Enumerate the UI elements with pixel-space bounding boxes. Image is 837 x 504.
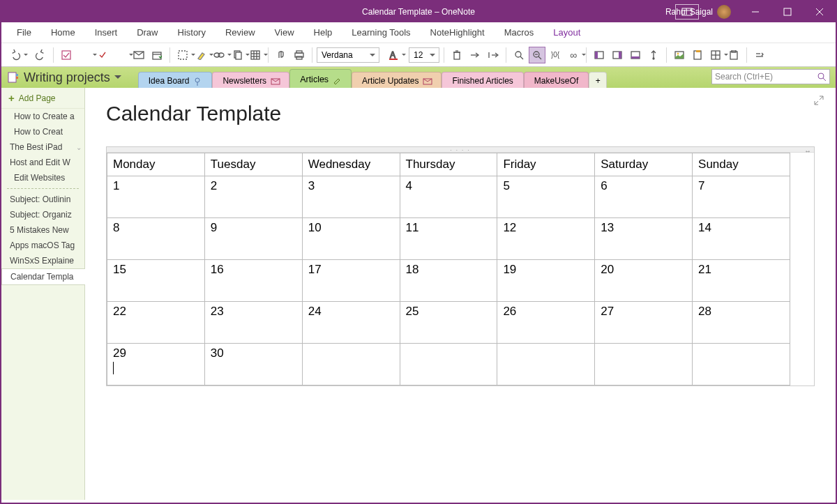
section-tab-articles[interactable]: Articles [289, 69, 352, 89]
calendar-cell[interactable]: 8 [107, 218, 205, 260]
calendar-cell[interactable]: 24 [302, 302, 400, 344]
dock-right-button[interactable] [609, 47, 626, 63]
calendar-table[interactable]: MondayTuesdayWednesdayThursdayFridaySatu… [107, 153, 790, 385]
spreadsheet-button[interactable] [707, 47, 724, 63]
minimize-button[interactable] [739, 1, 771, 22]
calendar-cell[interactable]: 9 [204, 218, 302, 260]
calendar-cell[interactable]: 11 [400, 218, 497, 260]
page-item[interactable]: Subject: Organiz [1, 207, 84, 222]
table-button[interactable] [247, 47, 264, 63]
calendar-container[interactable]: · · · ·↔ MondayTuesdayWednesdayThursdayF… [106, 146, 815, 386]
infinity-button[interactable]: ∞ [565, 47, 582, 63]
maximize-button[interactable] [771, 1, 804, 22]
page-title[interactable]: Calendar Template [106, 102, 815, 125]
overflow-button[interactable] [751, 47, 768, 63]
calendar-cell[interactable]: 5 [497, 176, 595, 218]
page-width-button[interactable]: }0{ [547, 47, 564, 63]
notebook-selector[interactable]: Writing projects [7, 70, 131, 85]
link-button[interactable] [211, 47, 227, 63]
calendar-cell[interactable]: 30 [204, 344, 302, 385]
page-item[interactable]: 5 Mistakes New [1, 222, 84, 238]
delete-button[interactable] [448, 47, 465, 63]
search-input[interactable]: Search (Ctrl+E) [711, 69, 830, 84]
menu-history[interactable]: History [169, 24, 214, 40]
calendar-cell[interactable]: 17 [302, 260, 400, 302]
calendar-cell[interactable]: 18 [400, 260, 497, 302]
calendar-cell[interactable] [302, 344, 400, 385]
section-tab-article-updates[interactable]: Article Updates [352, 72, 442, 89]
always-on-top-button[interactable] [645, 47, 662, 63]
zoom-100-button[interactable] [529, 47, 545, 63]
move-right-button[interactable] [467, 47, 483, 63]
calendar-cell[interactable] [595, 344, 693, 385]
dock-bottom-button[interactable] [627, 47, 644, 63]
calendar-cell[interactable]: 15 [107, 260, 205, 302]
calendar-cell[interactable]: 13 [595, 218, 693, 260]
undo-button[interactable] [7, 47, 24, 63]
calendar-header[interactable]: Thursday [400, 153, 497, 176]
calendar-cell[interactable]: 3 [302, 176, 400, 218]
screen-clip-button[interactable] [174, 47, 191, 63]
menu-layout[interactable]: Layout [545, 24, 589, 40]
container-handle[interactable]: · · · ·↔ [107, 147, 814, 153]
calendar-cell[interactable]: 10 [302, 218, 400, 260]
calendar-cell[interactable]: 25 [400, 302, 497, 344]
email-page-button[interactable] [130, 47, 147, 63]
calendar-header[interactable]: Monday [107, 153, 205, 176]
meeting-button[interactable] [149, 47, 165, 63]
calendar-cell[interactable]: 2 [204, 176, 302, 218]
calendar-header[interactable]: Wednesday [302, 153, 400, 176]
calendar-cell[interactable]: 6 [595, 176, 693, 218]
calendar-cell[interactable] [497, 344, 595, 385]
file-button[interactable] [689, 47, 706, 63]
picture-button[interactable] [671, 47, 688, 63]
indent-button[interactable] [485, 47, 502, 63]
printout-button[interactable] [291, 47, 308, 63]
todo-tag-button[interactable] [58, 47, 75, 63]
calendar-cell[interactable]: 12 [497, 218, 595, 260]
page-item[interactable]: The Best iPad⌄ [1, 139, 84, 155]
attach-button[interactable] [273, 47, 289, 63]
page-content[interactable]: Calendar Template · · · ·↔ MondayTuesday… [85, 88, 836, 500]
section-tab-newsletters[interactable]: Newsletters [212, 72, 289, 89]
page-item[interactable]: Edit Websites [1, 170, 84, 185]
calendar-cell[interactable]: 1 [107, 176, 205, 218]
dock-left-button[interactable] [591, 47, 608, 63]
calendar-cell[interactable]: 16 [204, 260, 302, 302]
menu-view[interactable]: View [266, 24, 303, 40]
close-button[interactable] [804, 1, 836, 22]
add-page-button[interactable]: + Add Page [1, 88, 84, 109]
font-family-select[interactable]: Verdana [317, 47, 379, 63]
calendar-cell[interactable]: 29 [107, 344, 205, 385]
ribbon-options-button[interactable] [675, 4, 699, 20]
calendar-header[interactable]: Saturday [595, 153, 693, 176]
clipboard-button[interactable] [725, 47, 742, 63]
calendar-cell[interactable]: 14 [693, 218, 790, 260]
menu-help[interactable]: Help [306, 24, 341, 40]
expand-icon[interactable] [813, 95, 824, 106]
font-color-button[interactable]: A [385, 47, 402, 63]
page-item[interactable]: Calendar Templa [1, 268, 85, 285]
menu-home[interactable]: Home [43, 24, 84, 40]
calendar-cell[interactable]: 27 [595, 302, 693, 344]
calendar-header[interactable]: Friday [497, 153, 595, 176]
menu-macros[interactable]: Macros [496, 24, 543, 40]
calendar-cell[interactable]: 20 [595, 260, 693, 302]
section-tab-finished-articles[interactable]: Finished Articles [442, 72, 523, 89]
calendar-cell[interactable]: 21 [693, 260, 790, 302]
calendar-header[interactable]: Tuesday [204, 153, 302, 176]
calendar-cell[interactable]: 4 [400, 176, 497, 218]
calendar-cell[interactable]: 28 [693, 302, 790, 344]
page-item[interactable]: Apps macOS Tag [1, 238, 84, 253]
calendar-cell[interactable]: 7 [693, 176, 790, 218]
menu-review[interactable]: Review [217, 24, 264, 40]
tags-dropdown[interactable] [76, 47, 93, 63]
zoom-button[interactable] [511, 47, 527, 63]
menu-draw[interactable]: Draw [128, 24, 166, 40]
calendar-cell[interactable]: 22 [107, 302, 205, 344]
section-tab-idea-board[interactable]: Idea Board [138, 72, 213, 89]
calendar-cell[interactable]: 19 [497, 260, 595, 302]
page-item[interactable]: Subject: Outlinin [1, 192, 84, 207]
page-item[interactable]: Host and Edit W [1, 155, 84, 170]
calendar-cell[interactable]: 26 [497, 302, 595, 344]
